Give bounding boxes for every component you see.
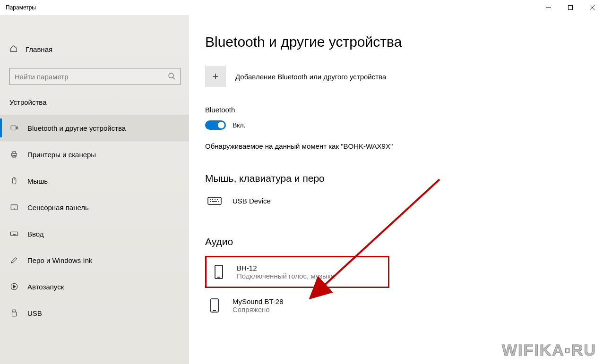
- svg-rect-1: [569, 6, 573, 10]
- device-status: Подключенный голос, музыка: [237, 272, 335, 280]
- pen-icon: [9, 256, 19, 264]
- audio-section-header: Аудио: [205, 236, 603, 247]
- toggle-state-label: Вкл.: [233, 121, 246, 129]
- device-name: BH-12: [237, 264, 335, 272]
- sidebar-item-label: Bluetooth и другие устройства: [27, 124, 126, 132]
- keyboard-device-icon: [205, 195, 224, 206]
- svg-point-4: [169, 73, 173, 78]
- svg-rect-8: [12, 153, 17, 156]
- bluetooth-label: Bluetooth: [205, 106, 603, 114]
- add-device-label: Добавление Bluetooth или другого устройс…: [235, 73, 386, 81]
- svg-rect-7: [17, 127, 18, 129]
- watermark: WIFIKA▫RU: [502, 341, 596, 359]
- highlighted-device: BH-12 Подключенный голос, музыка: [205, 256, 389, 288]
- sidebar-item-label: Ввод: [27, 230, 44, 238]
- svg-rect-24: [13, 310, 16, 312]
- svg-line-5: [173, 77, 175, 79]
- phone-device-icon: [205, 298, 224, 313]
- search-field[interactable]: [15, 73, 156, 81]
- phone-device-icon: [209, 264, 228, 279]
- device-name: MySound BT-28: [233, 297, 284, 305]
- discoverable-text: Обнаруживаемое на данный момент как "BOH…: [205, 142, 603, 150]
- sidebar-item-pen[interactable]: Перо и Windows Ink: [0, 247, 189, 273]
- minimize-button[interactable]: [538, 0, 560, 15]
- sidebar-home[interactable]: Главная: [0, 40, 189, 59]
- title-bar: Параметры: [0, 0, 603, 15]
- sidebar-item-label: Принтеры и сканеры: [27, 151, 96, 159]
- sidebar-item-printers[interactable]: Принтеры и сканеры: [0, 141, 189, 168]
- svg-rect-36: [211, 299, 218, 312]
- sidebar-item-bluetooth[interactable]: Bluetooth и другие устройства: [0, 115, 189, 141]
- autoplay-icon: [9, 282, 19, 291]
- plus-icon: +: [205, 66, 226, 87]
- sidebar-item-touchpad[interactable]: Сенсорная панель: [0, 194, 189, 220]
- sidebar-item-usb[interactable]: USB: [0, 300, 189, 326]
- sidebar-item-label: Мышь: [27, 177, 48, 185]
- sidebar: Главная Устройства Bluetooth и другие ус…: [0, 15, 189, 364]
- maximize-button[interactable]: [560, 0, 581, 15]
- bluetooth-toggle[interactable]: [205, 120, 226, 130]
- device-bh12[interactable]: BH-12 Подключенный голос, музыка: [207, 261, 388, 283]
- sidebar-category: Устройства: [0, 92, 189, 115]
- keyboard-icon: [9, 229, 19, 238]
- sidebar-item-label: Перо и Windows Ink: [27, 256, 93, 264]
- add-device-row[interactable]: + Добавление Bluetooth или другого устро…: [205, 66, 603, 87]
- sidebar-item-label: Автозапуск: [27, 283, 64, 291]
- svg-rect-6: [11, 126, 16, 130]
- svg-marker-23: [14, 285, 16, 288]
- mouse-section-header: Мышь, клавиатура и перо: [205, 173, 603, 184]
- touchpad-icon: [9, 203, 19, 212]
- sidebar-home-label: Главная: [26, 45, 52, 53]
- device-usb[interactable]: USB Device: [205, 193, 603, 209]
- svg-rect-34: [215, 265, 223, 279]
- content-area: Bluetooth и другие устройства + Добавлен…: [189, 15, 603, 364]
- sidebar-item-autoplay[interactable]: Автозапуск: [0, 273, 189, 300]
- usb-icon: [9, 309, 19, 317]
- sidebar-item-mouse[interactable]: Мышь: [0, 168, 189, 194]
- svg-rect-9: [13, 152, 16, 153]
- page-title: Bluetooth и другие устройства: [205, 34, 603, 50]
- svg-rect-16: [11, 232, 18, 236]
- svg-rect-25: [12, 312, 17, 316]
- printer-icon: [9, 150, 19, 159]
- sidebar-item-typing[interactable]: Ввод: [0, 220, 189, 247]
- device-status: Сопряжено: [233, 305, 284, 313]
- home-icon: [9, 44, 18, 54]
- search-icon: [168, 72, 175, 81]
- mouse-icon: [9, 177, 19, 185]
- window-title: Параметры: [6, 4, 36, 11]
- search-input[interactable]: [9, 68, 181, 85]
- sidebar-item-label: USB: [27, 309, 42, 317]
- bluetooth-icon: [9, 124, 19, 132]
- sidebar-item-label: Сенсорная панель: [27, 203, 89, 212]
- svg-rect-26: [208, 197, 221, 204]
- device-mysound[interactable]: MySound BT-28 Сопряжено: [205, 295, 603, 316]
- close-button[interactable]: [581, 0, 603, 15]
- device-name: USB Device: [233, 197, 271, 205]
